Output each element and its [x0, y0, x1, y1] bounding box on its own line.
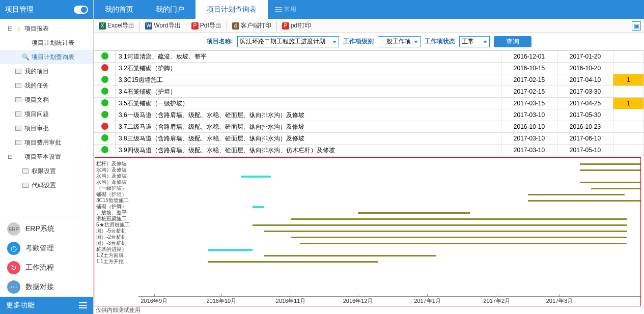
- sidebar-item[interactable]: 项目计划统计表: [0, 36, 93, 50]
- sidebar-more[interactable]: 更多功能: [0, 297, 93, 314]
- main: 我的首页我的门户项目计划查询表常用 XExcel导出 WWord导出 PPdf导…: [94, 0, 644, 314]
- sidebar-item[interactable]: 项目审批: [0, 121, 93, 135]
- date-start-cell: 2017-03-10: [501, 109, 557, 121]
- gantt-bar: [208, 261, 378, 263]
- status-cell: [94, 86, 116, 98]
- gantt-bar: [253, 224, 627, 226]
- sidebar-item[interactable]: 我的项目: [0, 64, 93, 78]
- table-row[interactable]: 3.8三级马道（含路肩墙、级配、水稳、砼面层、纵向排水沟）及修坡2017-03-…: [94, 133, 644, 145]
- table-row[interactable]: 3.1河道清淤、疏浚、放坡、整平2016-12-012017-01-20: [94, 51, 644, 63]
- tab[interactable]: 我的门户: [145, 0, 195, 19]
- sidebar-item-label: 项目问题: [24, 110, 49, 119]
- sidebar-item[interactable]: 代码设置: [0, 178, 93, 192]
- name-cell: 3.7二级马道（含路肩墙、级配、水稳、砼面层、纵向排水沟）及修坡: [116, 121, 501, 133]
- sidebar-item[interactable]: 项目文档: [0, 93, 93, 107]
- sidebar-extra-item[interactable]: ◷考勤管理: [0, 239, 93, 258]
- name-cell: 3.3C15齿墙施工: [116, 74, 501, 86]
- export-pdf-button[interactable]: PPdf导出: [189, 20, 223, 31]
- date-end-cell: 2016-10-20: [557, 63, 613, 74]
- flag-cell: [613, 109, 644, 121]
- sidebar-extra-item[interactable]: ERPERP系统: [0, 219, 93, 239]
- name-cell: 3.4石笼铺砌（护坦）: [116, 86, 501, 98]
- table-row[interactable]: 3.6一级马道（含路肩墙、级配、水稳、砼面层、纵向排水沟）及修坡2017-03-…: [94, 109, 644, 121]
- pdf-icon: P: [191, 22, 199, 30]
- tab[interactable]: 项目计划查询表: [195, 0, 268, 19]
- table-row[interactable]: 3.7二级马道（含路肩墙、级配、水稳、砼面层、纵向排水沟）及修坡2016-10-…: [94, 121, 644, 133]
- flag-cell: [613, 63, 644, 74]
- table-row[interactable]: 3.5石笼铺砌（一级护坡）2017-03-152017-04-251: [94, 98, 644, 109]
- gantt-x-label: 2016年12月: [343, 297, 373, 305]
- toolbar-expand-button[interactable]: ▣: [632, 21, 641, 31]
- gantt-x-label: 2016年11月: [276, 297, 306, 305]
- search-icon: 🔍: [21, 53, 30, 61]
- table-row[interactable]: 3.3C15齿墙施工2017-02-152017-04-101: [94, 74, 644, 86]
- name-cell: 3.5石笼铺砌（一级护坡）: [116, 98, 501, 109]
- sidebar-item[interactable]: 我的任务: [0, 78, 93, 93]
- flag-cell: [613, 133, 644, 145]
- gantt-bar: [300, 243, 627, 244]
- gantt-bar: [580, 169, 641, 171]
- flag-cell: 1: [613, 98, 644, 109]
- sidebar-item[interactable]: ⊟⌂项目报表: [0, 21, 93, 36]
- sidebar-item[interactable]: 项目问题: [0, 107, 93, 121]
- table-row[interactable]: 3.2石笼铺砌（护脚）2016-10-152016-10-20: [94, 63, 644, 74]
- folder-icon: [21, 167, 30, 175]
- sidebar-item[interactable]: 🔍项目计划查询表: [0, 50, 93, 64]
- sidebar-item-label: 我的项目: [24, 67, 49, 76]
- gantt-bar: [528, 200, 641, 202]
- gantt-bar: [291, 218, 627, 220]
- module-icon: ↻: [7, 261, 20, 274]
- folder-icon: [14, 96, 22, 104]
- status-dot-icon: [101, 99, 108, 106]
- sidebar-extra-item[interactable]: ⋯数据对接: [0, 277, 93, 297]
- gantt-bar: [580, 163, 641, 165]
- date-start-cell: 2017-02-15: [501, 86, 557, 98]
- name-cell: 3.9四级马道（含路肩墙、级配、水稳、砼面层、纵向排水沟、仿木栏杆）及修坡: [116, 145, 501, 156]
- gantt-bar: [208, 249, 253, 251]
- date-end-cell: 2017-06-10: [557, 133, 613, 145]
- folder-icon: [21, 181, 30, 189]
- sidebar-toggle[interactable]: [74, 6, 88, 14]
- pdf-print-button[interactable]: Ppdf打印: [280, 20, 314, 31]
- house-icon: ⌂: [14, 24, 22, 33]
- status-dot-icon: [101, 146, 108, 153]
- client-print-button[interactable]: ⎙客户端打印: [230, 20, 273, 31]
- export-excel-button[interactable]: XExcel导出: [97, 20, 136, 31]
- filter-status-label: 工作项状态: [425, 37, 455, 46]
- sidebar-title: 项目管理: [5, 5, 34, 14]
- tab[interactable]: 我的首页: [94, 0, 145, 19]
- sidebar-item[interactable]: 项目费用审批: [0, 135, 93, 150]
- export-word-button[interactable]: WWord导出: [143, 20, 182, 31]
- sidebar-more-label: 更多功能: [6, 301, 35, 310]
- gantt-bar: [591, 188, 641, 189]
- date-start-cell: 2016-10-15: [501, 63, 557, 74]
- date-start-cell: 2016-10-10: [501, 121, 557, 133]
- flag-cell: [613, 51, 644, 63]
- sidebar-header: 项目管理: [0, 0, 93, 19]
- status-dot-icon: [101, 76, 108, 83]
- print-icon: ⎙: [232, 22, 239, 30]
- sidebar-item[interactable]: 权限设置: [0, 164, 93, 178]
- module-icon: ⋯: [7, 280, 20, 294]
- sidebar-extra-item[interactable]: ↻工作流程: [0, 258, 93, 277]
- gantt-x-label: 2016年10月: [206, 297, 236, 305]
- filter-level-select[interactable]: 一般工作项: [378, 36, 421, 47]
- status-cell: [94, 98, 116, 109]
- filter-status-select[interactable]: 正常: [459, 36, 490, 47]
- gantt-x-label: 2016年9月: [141, 297, 167, 305]
- folder-icon: [14, 138, 22, 147]
- gantt-x-label: 2017年1月: [414, 297, 441, 305]
- status-dot-icon: [101, 64, 108, 71]
- table-row[interactable]: 3.9四级马道（含路肩墙、级配、水稳、砼面层、纵向排水沟、仿木栏杆）及修坡201…: [94, 145, 644, 156]
- tab-favorites[interactable]: 常用: [268, 0, 303, 19]
- sidebar-item[interactable]: ⊟项目基本设置: [0, 150, 93, 164]
- query-button[interactable]: 查询: [494, 36, 531, 47]
- table-row[interactable]: 3.4石笼铺砌（护坦）2017-02-152017-03-30: [94, 86, 644, 98]
- filter-name-select[interactable]: 滨江环路二期工程施工进度计划: [237, 36, 339, 47]
- name-cell: 3.2石笼铺砌（护脚）: [116, 63, 501, 74]
- date-start-cell: 2017-03-10: [501, 145, 557, 156]
- gantt-x-label: 2017年3月: [546, 297, 573, 305]
- pdf-icon: P: [282, 22, 289, 30]
- sidebar-item-label: 项目报表: [24, 24, 49, 33]
- folder-icon: [14, 124, 22, 132]
